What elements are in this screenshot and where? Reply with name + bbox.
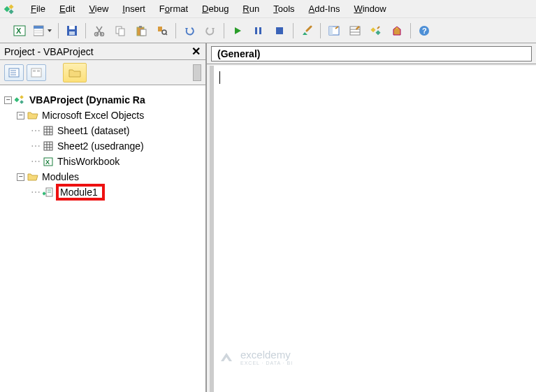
toolbar-separator: [293, 23, 294, 38]
svg-rect-26: [329, 27, 333, 35]
project-pane-titlebar: Project - VBAProject ✕: [0, 43, 205, 60]
object-browser-button[interactable]: [366, 21, 386, 41]
project-explorer-pane: Project - VBAProject ✕ − VBAProject (Dyn…: [0, 43, 207, 392]
tree-workbook-label: ThisWorkbook: [57, 156, 119, 167]
tree-workbook-node[interactable]: ⋯ X ThisWorkbook: [4, 154, 203, 169]
svg-rect-60: [43, 191, 46, 196]
insert-module-button[interactable]: [31, 21, 55, 41]
svg-rect-15: [119, 29, 124, 36]
tree-folder-node[interactable]: − Microsoft Excel Objects: [4, 108, 203, 123]
toolbar: X: [0, 18, 536, 43]
menu-insert[interactable]: Insert: [115, 1, 152, 16]
tree-root-node[interactable]: − VBAProject (Dynamic Ra: [4, 92, 203, 108]
menu-debug[interactable]: Debug: [195, 1, 236, 16]
svg-rect-40: [33, 70, 36, 72]
workbook-icon: X: [42, 156, 55, 167]
object-combo[interactable]: (General): [211, 46, 532, 61]
toolbar-separator: [58, 23, 59, 38]
svg-rect-50: [44, 142, 52, 150]
svg-rect-42: [15, 97, 20, 102]
svg-rect-6: [34, 26, 43, 29]
find-button[interactable]: [152, 21, 172, 41]
tree-module-label: Module1: [60, 187, 98, 198]
properties-button[interactable]: [345, 21, 365, 41]
worksheet-icon: [42, 125, 55, 136]
svg-text:X: X: [16, 27, 22, 35]
save-button[interactable]: [62, 21, 82, 41]
paste-button[interactable]: [131, 21, 151, 41]
tree-module-node[interactable]: ⋯ Module1: [4, 184, 203, 200]
toolbar-separator: [320, 23, 321, 38]
svg-rect-31: [375, 30, 380, 35]
menu-tools[interactable]: Tools: [266, 1, 301, 16]
reset-button[interactable]: [270, 21, 289, 41]
vba-project-icon: [14, 94, 27, 106]
close-pane-button[interactable]: ✕: [187, 45, 204, 59]
svg-rect-22: [255, 27, 257, 34]
toolbox-button[interactable]: [387, 21, 407, 41]
svg-rect-45: [44, 126, 52, 135]
run-button[interactable]: [228, 21, 247, 41]
tree-sheet-label: Sheet1 (dataset): [57, 125, 130, 136]
highlight-annotation: Module1: [56, 184, 105, 201]
help-button[interactable]: ?: [414, 21, 434, 41]
svg-line-21: [166, 34, 167, 35]
project-pane-toolbar: [0, 60, 205, 85]
svg-rect-23: [259, 27, 261, 34]
tree-folder-label: Microsoft Excel Objects: [42, 110, 144, 121]
svg-rect-11: [69, 31, 75, 35]
svg-rect-41: [37, 70, 40, 72]
collapse-icon[interactable]: −: [17, 112, 24, 119]
design-mode-button[interactable]: [297, 21, 317, 41]
menu-view[interactable]: View: [82, 1, 115, 16]
menu-edit[interactable]: Edit: [52, 1, 82, 16]
tree-folder-node[interactable]: − Modules: [4, 169, 203, 184]
object-combo-value: (General): [217, 48, 260, 59]
tree-sheet-label: Sheet2 (usedrange): [57, 140, 144, 152]
svg-rect-2: [8, 9, 13, 14]
break-button[interactable]: [249, 21, 268, 41]
svg-rect-43: [20, 95, 24, 99]
app-icon: [3, 2, 17, 16]
view-object-button[interactable]: [27, 64, 46, 81]
collapse-icon[interactable]: −: [4, 96, 12, 104]
toggle-folders-button[interactable]: [63, 63, 87, 82]
menu-addins[interactable]: Add-Ins: [302, 1, 347, 16]
tree-sheet-node[interactable]: ⋯ Sheet2 (usedrange): [4, 138, 203, 154]
project-tree[interactable]: − VBAProject (Dynamic Ra − Microsoft Exc…: [0, 85, 205, 392]
code-editor[interactable]: [210, 66, 536, 392]
svg-point-32: [396, 27, 398, 28]
svg-text:?: ?: [422, 27, 427, 35]
cut-button[interactable]: [89, 21, 109, 41]
code-pane: (General): [207, 43, 536, 392]
menu-bar: File Edit View Insert Format Debug Run T…: [0, 0, 536, 18]
view-excel-button[interactable]: X: [10, 21, 29, 41]
svg-text:X: X: [45, 159, 50, 166]
menu-window[interactable]: Window: [347, 1, 393, 16]
svg-rect-24: [276, 27, 283, 34]
svg-rect-30: [370, 27, 375, 32]
toolbar-separator: [224, 23, 224, 38]
project-explorer-button[interactable]: [324, 21, 344, 41]
menu-run[interactable]: Run: [236, 1, 266, 16]
menu-file[interactable]: File: [24, 1, 52, 16]
view-code-button[interactable]: [4, 64, 24, 81]
svg-rect-44: [20, 100, 24, 104]
tree-sheet-node[interactable]: ⋯ Sheet1 (dataset): [4, 123, 203, 138]
copy-button[interactable]: [110, 21, 130, 41]
collapse-icon[interactable]: −: [17, 173, 24, 181]
svg-rect-19: [158, 27, 162, 31]
dropdown-caret-icon: [48, 29, 52, 32]
tree-root-label: VBAProject (Dynamic Ra: [29, 94, 145, 106]
worksheet-icon: [42, 140, 55, 152]
toolbar-separator: [85, 23, 86, 38]
toolbar-separator: [410, 23, 411, 38]
project-pane-title: Project - VBAProject: [4, 46, 94, 57]
svg-rect-39: [31, 68, 41, 77]
menu-format[interactable]: Format: [152, 1, 195, 16]
svg-rect-18: [140, 29, 146, 36]
module-icon: [42, 187, 55, 198]
redo-button[interactable]: [201, 21, 220, 41]
svg-rect-1: [8, 4, 13, 9]
undo-button[interactable]: [180, 21, 199, 41]
